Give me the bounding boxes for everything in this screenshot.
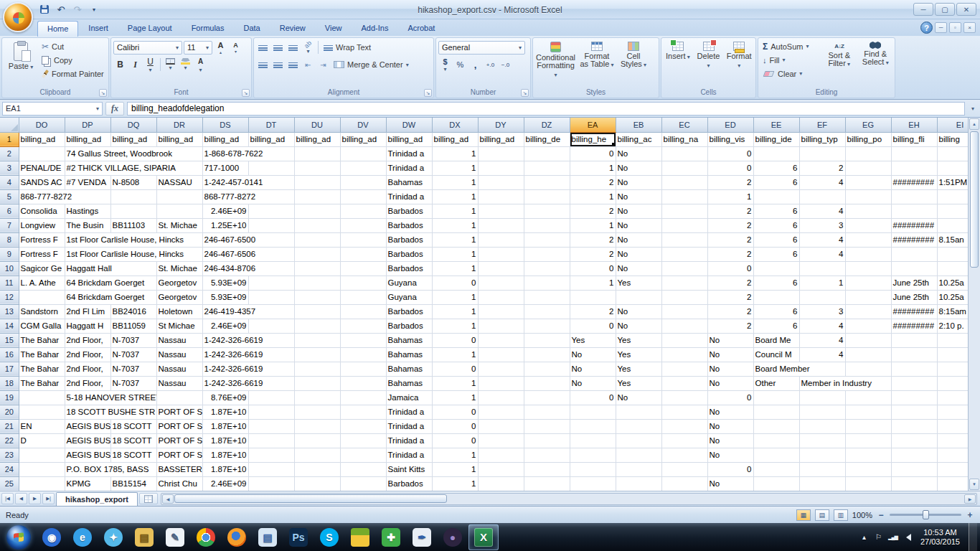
cell-EA17[interactable]: No [570,362,616,376]
cell-EF3[interactable]: 2 [799,161,845,175]
cell-DY2[interactable] [478,146,524,161]
cell-DV8[interactable] [340,232,386,247]
ribbon-tab-page-layout[interactable]: Page Layout [118,21,182,36]
cell-EC8[interactable] [661,232,707,247]
cell-DV20[interactable] [340,405,386,419]
cell-DW7[interactable]: Barbados [386,218,432,232]
taskbar-media-player[interactable]: ◉ [37,524,67,550]
row-header-15[interactable]: 15 [0,333,19,347]
cell-EA16[interactable]: No [570,347,616,362]
cell-DR19[interactable] [156,390,202,405]
cell-DZ19[interactable] [524,390,570,405]
cut-button[interactable]: Cut [39,39,106,53]
cell-DX23[interactable]: 1 [432,448,478,462]
accounting-format-button[interactable] [438,58,452,71]
cell-EG19[interactable] [845,390,891,405]
cell-EH3[interactable] [891,161,937,175]
ribbon-tab-formulas[interactable]: Formulas [182,21,234,36]
delete-cells-button[interactable]: Delete [694,39,723,86]
cell-DX2[interactable]: 1 [432,146,478,161]
cell-EF20[interactable] [799,405,845,419]
cell-EB4[interactable]: No [616,175,661,189]
zoom-out-button[interactable] [877,510,885,520]
cell-DO15[interactable]: The Bahar [19,333,65,347]
taskbar-document-viewer[interactable]: ▤ [253,524,283,550]
cell-EF9[interactable]: 4 [799,247,845,261]
column-header-DS[interactable]: DS [202,118,248,132]
column-header-EG[interactable]: EG [845,118,891,132]
cell-DY25[interactable] [478,476,524,491]
row-header-5[interactable]: 5 [0,189,19,204]
cell-DZ24[interactable] [524,462,570,476]
cell-EE13[interactable]: 6 [753,304,799,319]
cell-DU21[interactable] [294,419,340,433]
cell-EG15[interactable] [845,333,891,347]
cell-EH7[interactable]: ######### [891,218,937,232]
row-header-16[interactable]: 16 [0,347,19,362]
cell-DO1[interactable]: billing_ad [19,132,65,146]
cell-EG21[interactable] [845,419,891,433]
cell-DY21[interactable] [478,419,524,433]
cell-EB5[interactable]: No [616,189,661,204]
cell-DQ14[interactable]: BB11059 [110,319,156,333]
cell-DV16[interactable] [340,347,386,362]
cell-EH8[interactable]: ######### [891,232,937,247]
cell-EG1[interactable]: billing_po [845,132,891,146]
comma-style-button[interactable] [468,58,482,71]
row-header-9[interactable]: 9 [0,247,19,261]
cell-DU17[interactable] [294,362,340,376]
decrease-decimal-button[interactable] [499,58,512,71]
cell-ED22[interactable]: No [707,433,753,448]
cell-ED23[interactable]: No [707,448,753,462]
cell-ED20[interactable]: No [707,405,753,419]
cell-EB9[interactable]: No [616,247,661,261]
cell-DW8[interactable]: Barbados [386,232,432,247]
cell-DX18[interactable]: 1 [432,376,478,390]
cell-ED14[interactable]: 2 [707,319,753,333]
cell-EH18[interactable] [891,376,937,390]
cell-EA5[interactable]: 1 [570,189,616,204]
cell-EH13[interactable]: ######### [891,304,937,319]
cell-DO19[interactable] [19,390,65,405]
cell-ED24[interactable]: 0 [707,462,753,476]
cell-DO23[interactable] [19,448,65,462]
cell-EA25[interactable] [570,476,616,491]
cell-EC13[interactable] [661,304,707,319]
cell-DY4[interactable] [478,175,524,189]
cell-ED15[interactable]: No [707,333,753,347]
cell-DR21[interactable]: PORT OF S [156,419,202,433]
cell-DR14[interactable]: St Michae [156,319,202,333]
cell-DQ5[interactable] [110,189,156,204]
cell-DY19[interactable] [478,390,524,405]
row-header-24[interactable]: 24 [0,462,19,476]
cell-DO2[interactable] [19,146,65,161]
formula-input[interactable]: billing_headofdelegation [127,102,965,116]
cell-DZ8[interactable] [524,232,570,247]
cell-EC25[interactable] [661,476,707,491]
cell-DY1[interactable]: billing_ad [478,132,524,146]
cell-DV15[interactable] [340,333,386,347]
cell-DY11[interactable] [478,276,524,290]
network-icon[interactable] [888,532,897,542]
cell-DX13[interactable]: 1 [432,304,478,319]
last-sheet-button[interactable]: ▶| [42,493,55,504]
cell-DT14[interactable] [248,319,294,333]
cell-DT20[interactable] [248,405,294,419]
cell-DY20[interactable] [478,405,524,419]
conditional-formatting-button[interactable]: Conditional Formatting [535,39,576,86]
cell-DV14[interactable] [340,319,386,333]
cell-EE16[interactable]: Council M [753,347,799,362]
cell-EE8[interactable]: 6 [753,232,799,247]
cell-DV9[interactable] [340,247,386,261]
format-as-table-button[interactable]: Format as Table [578,39,616,86]
cell-EH21[interactable] [891,419,937,433]
cell-DU23[interactable] [294,448,340,462]
cell-EH6[interactable] [891,204,937,218]
cell-EH19[interactable] [891,390,937,405]
cell-ED8[interactable]: 2 [707,232,753,247]
taskbar-internet-explorer[interactable]: e [67,524,98,550]
cell-DX1[interactable]: billing_ad [432,132,478,146]
cell-DW21[interactable]: Trinidad a [386,419,432,433]
cell-ED2[interactable]: 0 [707,146,753,161]
cell-DP4[interactable]: #7 VENDA [65,175,110,189]
